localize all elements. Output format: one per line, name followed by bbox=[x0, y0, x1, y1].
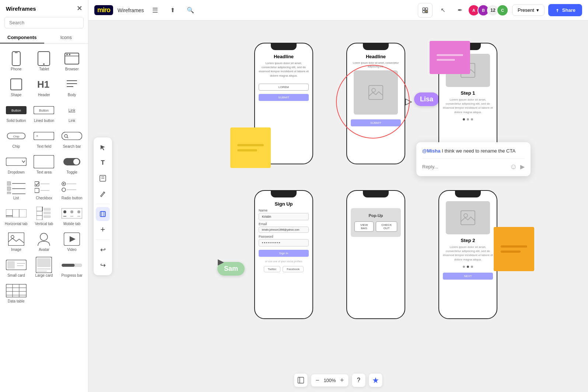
sidebar-item-phone[interactable]: Phone bbox=[3, 49, 29, 73]
search-icon[interactable]: 🔍 bbox=[184, 4, 197, 17]
sidebar-item-vertical-tab[interactable]: Vertical tab bbox=[31, 204, 57, 228]
sidebar-item-video[interactable]: Video bbox=[59, 230, 85, 254]
sidebar-item-checkbox-label: Checkbox bbox=[36, 196, 52, 200]
sidebar-item-search-bar[interactable]: Search bar bbox=[59, 126, 85, 151]
tab-icons[interactable]: Icons bbox=[44, 32, 88, 43]
sidebar-item-tablet[interactable]: Tablet bbox=[31, 49, 57, 73]
checkout-btn[interactable]: CHECK OUT bbox=[376, 221, 397, 232]
comment-text: @Misha I think we need to rename the CTA bbox=[422, 147, 525, 155]
zoom-in-button[interactable]: + bbox=[340, 377, 344, 384]
sam-name: Sam bbox=[224, 265, 238, 272]
miro-logo: miro bbox=[94, 5, 113, 15]
pen-tool[interactable] bbox=[96, 187, 110, 201]
sidebar-item-small-card[interactable]: Small card bbox=[3, 255, 29, 280]
sidebar-item-mobile-tab[interactable]: Mobile tab bbox=[59, 204, 85, 228]
svg-text:H1: H1 bbox=[37, 79, 49, 90]
phone1-submit-btn[interactable]: SUBMIT bbox=[259, 94, 309, 101]
zoom-out-button[interactable]: − bbox=[315, 377, 319, 384]
add-tool[interactable]: + bbox=[96, 223, 110, 237]
sidebar-item-list[interactable]: List bbox=[3, 178, 29, 202]
sidebar-item-large-card[interactable]: Large card bbox=[31, 255, 57, 280]
phone3-step-body: Lorem ipsum dolor sit amet, consectetur … bbox=[443, 98, 493, 114]
sticky-note-yellow[interactable] bbox=[230, 127, 271, 168]
sidebar-item-body[interactable]: Body bbox=[59, 75, 85, 99]
phone4-signin-btn[interactable]: Sign In bbox=[259, 250, 309, 257]
marker-icon[interactable]: ✒ bbox=[453, 4, 466, 17]
svg-rect-53 bbox=[44, 212, 50, 214]
phone4-facebook-btn[interactable]: Facebook bbox=[283, 266, 304, 272]
sidebar-item-large-card-label: Large card bbox=[35, 273, 53, 277]
phone4-password-input[interactable]: •••••••••• bbox=[259, 239, 309, 246]
svg-point-3 bbox=[43, 63, 45, 65]
sidebar-item-toggle[interactable]: Toggle bbox=[59, 152, 85, 176]
sidebar-item-chip[interactable]: Chip Chip bbox=[3, 126, 29, 151]
phone-content-1: Headline Lorem ipsum dolor sit amet, con… bbox=[255, 50, 312, 105]
sidebar-item-checkbox[interactable]: Checkbox bbox=[31, 178, 57, 202]
undo-tool[interactable]: ↩ bbox=[96, 243, 110, 257]
smart-draw-button[interactable]: + bbox=[418, 3, 433, 18]
sidebar-item-data-table[interactable]: Data table bbox=[3, 281, 29, 305]
svg-rect-84 bbox=[426, 8, 428, 10]
toggle-icon bbox=[63, 155, 80, 168]
comment-input-row: ☺ ▶ bbox=[422, 158, 525, 171]
send-icon[interactable]: ▶ bbox=[520, 163, 525, 170]
search-input[interactable] bbox=[4, 17, 84, 28]
svg-marker-105 bbox=[373, 377, 379, 383]
magic-button[interactable] bbox=[369, 374, 382, 387]
sidebar-item-header[interactable]: H1 Header bbox=[31, 75, 57, 99]
sidebar-item-shape[interactable]: Shape bbox=[3, 75, 29, 99]
sidebar-item-progress-bar[interactable]: Progress bar bbox=[59, 255, 85, 280]
sidebar-item-dropdown[interactable]: Dropdown bbox=[3, 152, 29, 176]
tab-components[interactable]: Components bbox=[0, 32, 44, 43]
phone-content-6: Step 2 Lorem ipsum dolor sit amet, conse… bbox=[439, 197, 497, 283]
sidebar-item-text-area[interactable]: Text area bbox=[31, 152, 57, 176]
sidebar-item-solid-button[interactable]: Button Solid button bbox=[3, 101, 29, 125]
phone2-submit-btn[interactable]: SUBMIT bbox=[351, 119, 401, 126]
avatar-icon bbox=[37, 232, 50, 246]
phone-notch-6 bbox=[455, 191, 481, 197]
cursor-icon[interactable]: ↖ bbox=[436, 4, 449, 17]
sticky-note-pink[interactable] bbox=[430, 41, 470, 74]
phone1-lorem-btn[interactable]: LOREM bbox=[259, 84, 309, 91]
dot-b2 bbox=[467, 266, 469, 268]
sidebar-item-browser[interactable]: Browser bbox=[59, 49, 85, 73]
close-icon[interactable]: ✕ bbox=[77, 4, 82, 13]
sidebar-item-vertical-tab-label: Vertical tab bbox=[35, 222, 53, 226]
help-button[interactable]: ? bbox=[352, 374, 365, 387]
sidebar-header: Wireframes ✕ bbox=[0, 0, 88, 17]
comment-input[interactable] bbox=[422, 164, 507, 169]
phone4-email-input[interactable]: kristin.johnson1996@yahoo.com bbox=[259, 227, 309, 233]
sidebar-item-avatar[interactable]: Avatar bbox=[31, 230, 57, 254]
upload-icon[interactable]: ⬆ bbox=[166, 4, 179, 17]
svg-rect-37 bbox=[35, 188, 39, 193]
panel-button[interactable] bbox=[294, 374, 307, 387]
phone-notch-2 bbox=[363, 43, 389, 50]
sidebar-item-text-field[interactable]: Text field bbox=[31, 126, 57, 151]
redo-tool[interactable]: ↪ bbox=[96, 258, 110, 272]
present-button[interactable]: Present ▾ bbox=[512, 4, 545, 16]
phone2-image bbox=[354, 70, 398, 115]
canvas[interactable]: T + ↩ ↪ Headline Lorem ipsum dolor sit a… bbox=[88, 21, 588, 392]
sidebar-item-horizontal-tab[interactable]: Horizontal tab bbox=[3, 204, 29, 228]
sidebar-item-lined-button[interactable]: Button Lined button bbox=[31, 101, 57, 125]
emoji-icon[interactable]: ☺ bbox=[510, 162, 517, 171]
sticky-tool[interactable] bbox=[96, 171, 110, 185]
sidebar-item-link[interactable]: Link Link bbox=[59, 101, 85, 125]
phone6-next-btn[interactable]: NEXT bbox=[443, 273, 493, 280]
phone6-dots bbox=[463, 266, 473, 268]
phone-notch-4 bbox=[271, 191, 297, 197]
sidebar-item-image[interactable]: Image bbox=[3, 230, 29, 254]
menu-icon[interactable]: ☰ bbox=[148, 4, 162, 17]
phone4-twitter-btn[interactable]: Twitter bbox=[264, 266, 281, 272]
phone4-name-input[interactable]: Kristin bbox=[259, 213, 309, 220]
share-button[interactable]: Share bbox=[548, 4, 582, 16]
sticky-note-orange[interactable] bbox=[494, 227, 534, 271]
sidebar-title: Wireframes bbox=[6, 6, 36, 12]
frame-tool[interactable] bbox=[96, 207, 110, 221]
view-bag-btn[interactable]: VIEW BAG bbox=[354, 221, 374, 232]
text-tool[interactable]: T bbox=[96, 156, 110, 170]
collab-avatars: A B 12 C bbox=[470, 4, 508, 16]
sidebar-item-mobile-tab-label: Mobile tab bbox=[63, 222, 80, 226]
select-tool[interactable] bbox=[96, 140, 110, 154]
sidebar-item-radio-button[interactable]: Radio button bbox=[59, 178, 85, 202]
